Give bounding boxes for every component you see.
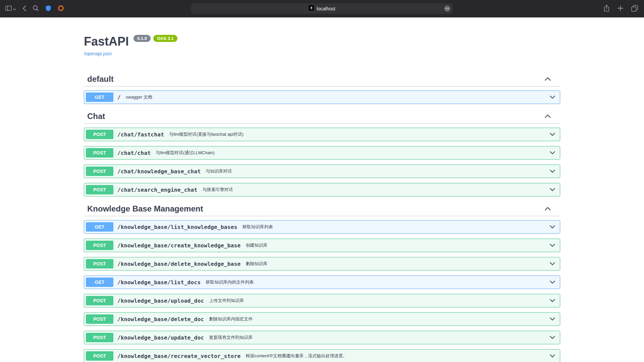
plus-icon — [618, 5, 623, 12]
back-button[interactable] — [22, 5, 26, 12]
endpoint-path: /chat/chat — [117, 150, 151, 156]
chevron-up-icon — [545, 113, 551, 119]
expand-operation-button[interactable] — [550, 150, 555, 156]
endpoint-path: /chat/knowledge_base_chat — [117, 168, 201, 175]
method-badge: POST — [86, 185, 113, 194]
expand-operation-button[interactable] — [550, 224, 555, 230]
opblock-post-knowledge-base-upload-doc[interactable]: POST/knowledge_base/upload_doc上传文件到知识库 — [84, 294, 560, 307]
method-badge: POST — [86, 130, 113, 139]
endpoint-summary: 与知识库对话 — [206, 168, 550, 174]
share-button[interactable] — [604, 5, 609, 13]
expand-operation-button[interactable] — [550, 316, 555, 322]
search-button[interactable] — [33, 5, 39, 12]
oas-badge: OAS 3.1 — [153, 35, 177, 42]
expand-operation-button[interactable] — [550, 168, 555, 174]
opblock-post-chat-chat[interactable]: POST/chat/chat与llm模型对话(通过LLMChain) — [84, 146, 560, 160]
opblock-post-knowledge-base-delete-knowledge-base[interactable]: POST/knowledge_base/delete_knowledge_bas… — [84, 257, 560, 270]
browser-toolbar: localhost — [0, 0, 644, 17]
method-badge: POST — [86, 259, 113, 268]
ring-extension-icon — [58, 5, 64, 12]
collapse-section-button[interactable] — [545, 76, 551, 82]
collapse-section-button[interactable] — [545, 206, 551, 212]
tabs-overview-icon — [631, 5, 638, 13]
endpoint-summary: 获取知识库内的文件列表 — [206, 279, 550, 285]
sidebar-icon — [5, 6, 12, 12]
toolbar-left-group — [5, 0, 64, 17]
site-favicon-icon — [309, 5, 314, 12]
opblock-post-chat-knowledge-base-chat[interactable]: POST/chat/knowledge_base_chat与知识库对话 — [84, 165, 560, 178]
share-icon — [604, 5, 609, 13]
method-badge: POST — [86, 351, 113, 361]
endpoint-summary: 创建知识库 — [246, 242, 550, 248]
method-badge: GET — [86, 278, 113, 287]
swagger-page: FastAPI 0.1.0 OAS 3.1 /openapi.json defa… — [0, 17, 644, 362]
opblock-get-knowledge-base-list-docs[interactable]: GET/knowledge_base/list_docs获取知识库内的文件列表 — [84, 276, 560, 289]
opblock-get-[interactable]: GET/swagger 文档 — [84, 90, 560, 104]
chevron-down-icon — [550, 298, 555, 304]
extensions-ellipsis-icon[interactable] — [444, 5, 450, 13]
shield-extension-icon — [45, 5, 51, 12]
operations-sections: defaultGET/swagger 文档ChatPOST/chat/fastc… — [84, 72, 560, 362]
chevron-down-icon — [550, 335, 555, 341]
endpoint-summary: 更新现有文件到知识库 — [209, 335, 550, 341]
chevron-down-icon — [550, 94, 555, 100]
endpoint-path: /knowledge_base/list_knowledge_bases — [117, 224, 237, 230]
tag-name: Chat — [87, 112, 545, 121]
expand-operation-button[interactable] — [550, 298, 555, 304]
chevron-down-icon — [550, 316, 555, 322]
tag-header-chat[interactable]: Chat — [84, 109, 560, 124]
method-badge: POST — [86, 296, 113, 305]
opblock-post-knowledge-base-recreate-vector-store[interactable]: POST/knowledge_base/recreate_vector_stor… — [84, 349, 560, 362]
opblock-post-knowledge-base-create-knowledge-base[interactable]: POST/knowledge_base/create_knowledge_bas… — [84, 239, 560, 252]
endpoint-summary: 获取知识库列表 — [243, 224, 550, 230]
endpoint-path: /knowledge_base/update_doc — [117, 335, 204, 341]
endpoint-summary: 与llm模型对话(通过LLMChain) — [156, 150, 550, 156]
collapse-section-button[interactable] — [545, 113, 551, 119]
new-tab-button[interactable] — [618, 5, 623, 12]
method-badge: POST — [86, 167, 113, 176]
extension-orange-button[interactable] — [58, 5, 64, 12]
expand-operation-button[interactable] — [550, 131, 555, 137]
extension-blue-button[interactable] — [45, 5, 51, 12]
chevron-down-icon — [550, 279, 555, 285]
endpoint-summary: 根据content中文档重建向量库，流式输出处理进度。 — [246, 353, 550, 359]
endpoint-summary: 与搜索引擎对话 — [202, 187, 550, 193]
chevron-down-icon — [13, 6, 16, 11]
chevron-up-icon — [545, 76, 551, 82]
opblock-post-chat-fastchat[interactable]: POST/chat/fastchat与llm模型对话(直接与fastchat a… — [84, 128, 560, 141]
expand-operation-button[interactable] — [550, 279, 555, 285]
chevron-down-icon — [550, 224, 555, 230]
tag-header-knowledge-base-management[interactable]: Knowledge Base Management — [84, 201, 560, 216]
opblock-post-chat-search-engine-chat[interactable]: POST/chat/search_engine_chat与搜索引擎对话 — [84, 183, 560, 196]
expand-operation-button[interactable] — [550, 261, 555, 267]
openapi-spec-link[interactable]: /openapi.json — [84, 51, 112, 57]
chevron-down-icon — [550, 150, 555, 156]
title-badges: 0.1.0 OAS 3.1 — [133, 35, 177, 42]
method-badge: POST — [86, 241, 113, 250]
tab-overview-button[interactable] — [631, 5, 638, 13]
expand-operation-button[interactable] — [550, 335, 555, 341]
expand-operation-button[interactable] — [550, 187, 555, 193]
opblock-post-knowledge-base-delete-doc[interactable]: POST/knowledge_base/delete_doc删除知识库内指定文件 — [84, 312, 560, 326]
expand-operation-button[interactable] — [550, 353, 555, 359]
method-badge: POST — [86, 333, 113, 342]
opblock-post-knowledge-base-update-doc[interactable]: POST/knowledge_base/update_doc更新现有文件到知识库 — [84, 331, 560, 344]
expand-operation-button[interactable] — [550, 242, 555, 248]
sidebar-toggle-button[interactable] — [5, 6, 16, 12]
tag-section-default: defaultGET/swagger 文档 — [84, 72, 560, 104]
endpoint-path: /knowledge_base/list_docs — [117, 279, 201, 286]
endpoint-summary: 上传文件到知识库 — [209, 298, 550, 304]
method-badge: GET — [86, 93, 113, 102]
page-title: FastAPI 0.1.0 OAS 3.1 — [84, 35, 560, 48]
address-bar[interactable]: localhost — [191, 3, 453, 14]
tag-section-chat: ChatPOST/chat/fastchat与llm模型对话(直接与fastch… — [84, 109, 560, 196]
expand-operation-button[interactable] — [550, 94, 555, 100]
tag-header-default[interactable]: default — [84, 72, 560, 86]
chevron-left-icon — [22, 5, 26, 12]
method-badge: POST — [86, 148, 113, 158]
endpoint-path: /knowledge_base/create_knowledge_base — [117, 242, 241, 249]
chevron-down-icon — [550, 353, 555, 359]
endpoint-summary: swagger 文档 — [126, 94, 550, 100]
opblock-get-knowledge-base-list-knowledge-bases[interactable]: GET/knowledge_base/list_knowledge_bases获… — [84, 220, 560, 234]
chevron-down-icon — [550, 187, 555, 193]
